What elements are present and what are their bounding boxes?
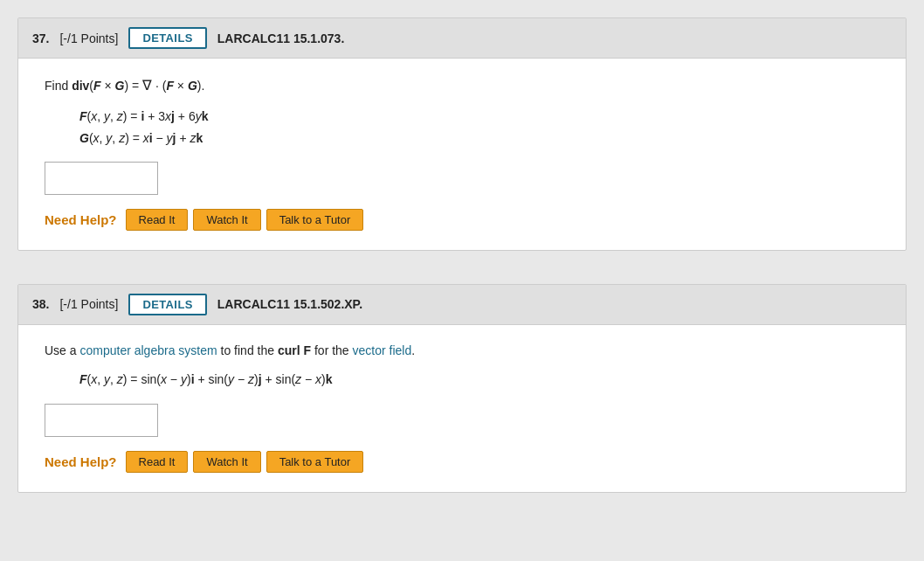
math-G1b: G: [188, 79, 197, 93]
problem-38-read-it-btn[interactable]: Read It: [126, 451, 189, 473]
problem-38-points: [-/1 Points]: [59, 297, 118, 311]
problem-37-read-it-btn[interactable]: Read It: [126, 209, 189, 231]
problem-38-need-help: Need Help?: [45, 454, 117, 469]
problem-37-watch-it-btn[interactable]: Watch It: [193, 209, 260, 231]
problem-37-need-help: Need Help?: [45, 212, 117, 227]
problem-38-math-line1: F(x, y, z) = sin(x − y)i + sin(y − z)j +…: [79, 369, 879, 391]
problem-38-header: 38. [-/1 Points] DETAILS LARCALC11 15.1.…: [18, 285, 906, 325]
problem-38: 38. [-/1 Points] DETAILS LARCALC11 15.1.…: [17, 284, 907, 493]
problem-37-header: 37. [-/1 Points] DETAILS LARCALC11 15.1.…: [18, 18, 906, 59]
problem-38-answer-input[interactable]: [45, 404, 158, 437]
problem-37-talk-to-tutor-btn[interactable]: Talk to a Tutor: [266, 209, 364, 231]
spacer-between: [0, 260, 924, 275]
problem-37-number: 37.: [32, 31, 49, 45]
math-F1b: F: [166, 79, 174, 93]
problem-38-id: LARCALC11 15.1.502.XP.: [217, 297, 362, 311]
problem-38-talk-to-tutor-btn[interactable]: Talk to a Tutor: [266, 451, 364, 473]
math-G1: G: [115, 79, 125, 93]
problem-37-answer-input[interactable]: [45, 162, 158, 195]
computer-algebra-link[interactable]: computer algebra system: [79, 343, 217, 357]
problem-37-points: [-/1 Points]: [59, 31, 118, 45]
problem-38-details-btn[interactable]: DETAILS: [128, 294, 206, 315]
math-F1: F: [93, 79, 101, 93]
problem-38-instruction: Use a computer algebra system to find th…: [45, 341, 879, 360]
problem-37: 37. [-/1 Points] DETAILS LARCALC11 15.1.…: [17, 17, 907, 251]
problem-37-help-row: Need Help? Read It Watch It Talk to a Tu…: [45, 209, 879, 231]
problem-37-body: Find div(F × G) = ∇ · (F × G). F(x, y, z…: [18, 59, 906, 250]
math-div: div: [72, 79, 89, 93]
problem-38-watch-it-btn[interactable]: Watch It: [193, 451, 260, 473]
problem-37-math-line2: G(x, y, z) = xi − yj + zk: [79, 128, 879, 149]
problem-37-math-line1: F(x, y, z) = i + 3xj + 6yk: [79, 106, 879, 128]
problem-37-id: LARCALC11 15.1.073.: [217, 31, 345, 45]
problem-38-body: Use a computer algebra system to find th…: [18, 325, 906, 492]
curl-text: curl F: [278, 343, 311, 357]
problem-38-number: 38.: [32, 297, 49, 311]
problem-37-details-btn[interactable]: DETAILS: [128, 27, 206, 49]
problem-38-help-row: Need Help? Read It Watch It Talk to a Tu…: [45, 451, 879, 473]
vector-field-link[interactable]: vector field: [353, 343, 412, 357]
problem-37-instruction: Find div(F × G) = ∇ · (F × G).: [45, 74, 879, 97]
nabla-symbol: ∇: [142, 78, 152, 93]
